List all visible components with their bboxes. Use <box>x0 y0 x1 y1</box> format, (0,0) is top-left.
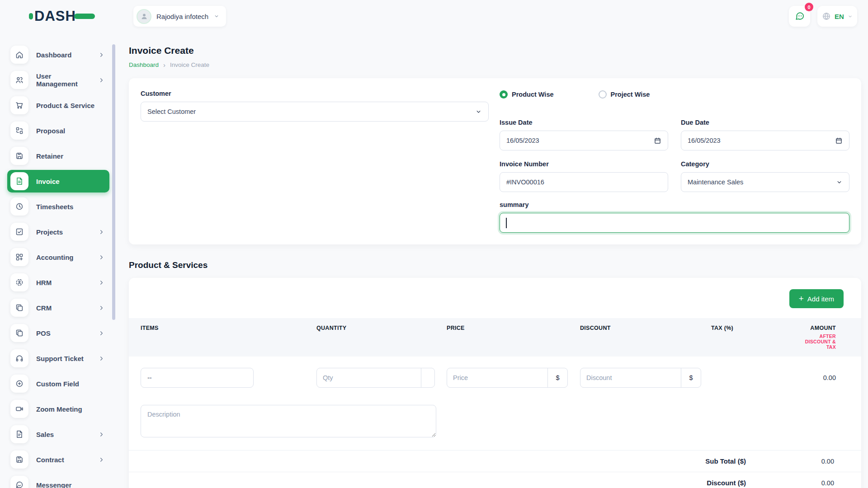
clock-icon <box>10 197 28 216</box>
main-content: Invoice Create Dashboard › Invoice Creat… <box>129 45 861 488</box>
breadcrumb-current: Invoice Create <box>170 61 209 68</box>
chevron-right-icon <box>98 77 105 84</box>
sidebar-item-invoice[interactable]: Invoice <box>7 170 109 192</box>
plus-circle-icon <box>10 375 28 393</box>
category-select[interactable]: Maintenance Sales <box>681 172 849 192</box>
sidebar-item-label: Messenger <box>36 481 105 488</box>
file-icon <box>10 425 28 443</box>
totals-row-discount: Discount ($)0.00 <box>129 472 861 488</box>
radio-project-wise[interactable]: Project Wise <box>599 90 650 99</box>
items-table-card: + Add item ITEMSQUANTITYPRICEDISCOUNTTAX… <box>129 278 861 488</box>
column-header-tax: TAX (%) <box>711 325 802 331</box>
chevron-down-icon <box>475 108 482 115</box>
category-select-value: Maintenance Sales <box>688 178 743 186</box>
sidebar-item-label: Custom Field <box>36 380 105 388</box>
sidebar-item-label: Dashboard <box>36 51 90 59</box>
item-row: -- $ $ 0.00 <box>129 357 861 388</box>
sidebar-item-product-service[interactable]: Product & Service <box>7 94 109 117</box>
calendar-icon[interactable] <box>835 137 843 145</box>
sidebar-item-support-ticket[interactable]: Support Ticket <box>7 347 109 370</box>
due-date-input[interactable]: 16/05/2023 <box>681 131 849 150</box>
sidebar-item-label: Proposal <box>36 127 105 135</box>
proposal-icon <box>10 122 28 140</box>
sidebar-item-messenger[interactable]: Messenger <box>7 474 109 488</box>
sidebar-item-projects[interactable]: Projects <box>7 221 109 243</box>
column-header-amount: AMOUNTAFTER DISCOUNT & TAX <box>802 325 849 350</box>
sidebar-item-timesheets[interactable]: Timesheets <box>7 195 109 218</box>
breadcrumb: Dashboard › Invoice Create <box>129 61 861 69</box>
item-description-textarea[interactable] <box>141 405 436 437</box>
sidebar-item-hrm[interactable]: HRM <box>7 271 109 294</box>
item-select[interactable]: -- <box>141 368 254 388</box>
customer-select[interactable]: Select Customer <box>141 102 489 122</box>
sidebar-item-dashboard[interactable]: Dashboard <box>7 43 109 66</box>
issue-date-label: Issue Date <box>500 119 668 126</box>
globe-icon <box>821 11 831 21</box>
cart-icon <box>10 96 28 114</box>
chevron-down-icon <box>213 13 220 19</box>
sidebar-item-crm[interactable]: CRM <box>7 296 109 319</box>
workspace-name: Rajodiya infotech <box>156 13 208 20</box>
chevron-right-icon <box>98 355 105 362</box>
chevron-down-icon <box>847 14 853 19</box>
radio-product-wise[interactable]: Product Wise <box>500 90 554 99</box>
sidebar-scrollbar[interactable] <box>112 44 115 320</box>
sidebar-item-proposal[interactable]: Proposal <box>7 119 109 142</box>
radio-label: Project Wise <box>611 91 650 98</box>
quantity-addon <box>421 368 434 387</box>
invoice-number-value: #INVO00016 <box>506 178 544 186</box>
sidebar-item-zoom-meeting[interactable]: Zoom Meeting <box>7 398 109 420</box>
add-item-button[interactable]: + Add item <box>789 289 844 308</box>
logo-text: DASH <box>34 8 76 24</box>
summary-textarea[interactable] <box>500 213 849 233</box>
totals-label: Sub Total ($) <box>705 457 746 465</box>
chevron-right-icon <box>98 52 105 58</box>
amount-subheader: AFTER DISCOUNT & TAX <box>802 333 836 350</box>
totals-row-sub-total: Sub Total ($)0.00 <box>129 450 861 472</box>
logo-accent-dash <box>74 14 95 19</box>
sidebar-item-label: Projects <box>36 228 90 236</box>
page-title: Invoice Create <box>129 45 861 56</box>
due-date-value: 16/05/2023 <box>688 137 721 144</box>
sidebar-item-contract[interactable]: Contract <box>7 448 109 471</box>
radio-label: Product Wise <box>512 91 554 98</box>
totals-section: Sub Total ($)0.00Discount ($)0.00 <box>129 450 861 488</box>
calendar-icon[interactable] <box>654 137 661 145</box>
invoice-number-input[interactable]: #INVO00016 <box>500 172 668 192</box>
discount-input[interactable] <box>580 368 681 387</box>
messages-button[interactable]: 0 <box>789 6 810 27</box>
radio-dot[interactable] <box>500 90 508 99</box>
sidebar-item-accounting[interactable]: Accounting <box>7 246 109 268</box>
sidebar-item-pos[interactable]: POS <box>7 322 109 344</box>
language-selector[interactable]: EN <box>817 6 857 27</box>
grid-plus-icon <box>10 248 28 266</box>
breadcrumb-dashboard-link[interactable]: Dashboard <box>129 61 159 68</box>
discount-input-group: $ <box>580 368 701 388</box>
sidebar-item-label: Retainer <box>36 152 105 160</box>
sidebar-item-custom-field[interactable]: Custom Field <box>7 372 109 395</box>
quantity-input[interactable] <box>317 368 421 387</box>
sidebar-item-user-management[interactable]: User Management <box>7 69 109 91</box>
invoice-number-label: Invoice Number <box>500 160 668 168</box>
totals-label: Discount ($) <box>707 479 746 487</box>
plus-icon: + <box>799 294 804 304</box>
products-services-section-title: Product & Services <box>129 260 861 270</box>
column-header-price: PRICE <box>447 325 580 331</box>
logo-accent-dot <box>29 13 33 19</box>
sidebar-item-retainer[interactable]: Retainer <box>7 145 109 167</box>
video-camera-icon <box>10 400 28 418</box>
person-icon <box>140 12 149 21</box>
brand-logo: DASH <box>0 8 114 24</box>
chevron-right-icon <box>98 330 105 337</box>
users-icon <box>10 71 28 89</box>
overlap-squares-icon <box>10 324 28 342</box>
due-date-label: Due Date <box>681 119 849 126</box>
radio-dot[interactable] <box>599 90 607 99</box>
price-input[interactable] <box>447 368 547 387</box>
save-icon <box>10 147 28 165</box>
issue-date-input[interactable]: 16/05/2023 <box>500 131 668 150</box>
totals-value: 0.00 <box>746 479 834 487</box>
sidebar-item-sales[interactable]: Sales <box>7 423 109 446</box>
workspace-selector[interactable]: Rajodiya infotech <box>133 6 226 27</box>
row-amount-value: 0.00 <box>802 374 849 381</box>
